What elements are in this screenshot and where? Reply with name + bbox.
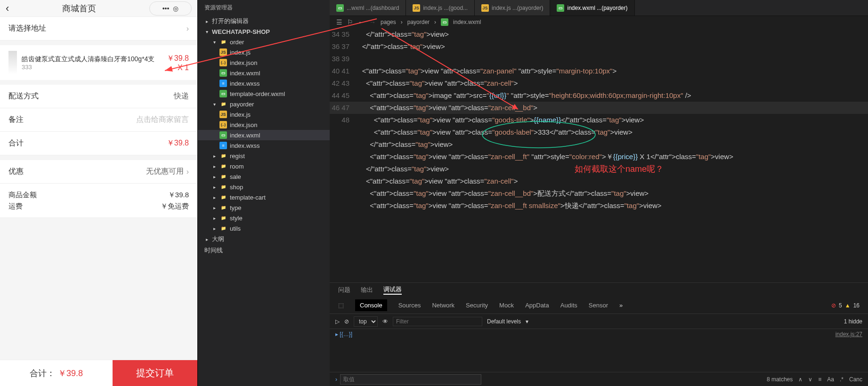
annotation-text: 如何截取这个name呢？ — [575, 163, 664, 175]
folder-icon: 📁 — [219, 183, 227, 191]
capsule-menu[interactable]: •••◎ — [149, 1, 192, 16]
tab-debugger[interactable]: 调试器 — [383, 285, 402, 295]
wxml-icon: ▭ — [219, 69, 227, 77]
code-area[interactable]: 34 35 36 37 38 39 40 41 42 43 44 45 46 4… — [330, 28, 868, 282]
file-indexjson[interactable]: {..}index.json — [198, 120, 330, 130]
explorer-panel: 资源管理器 ▸打开的编辑器 ▾WECHATAPP-SHOP ▾📁order JS… — [198, 0, 330, 386]
goods-qty: X 1 — [167, 64, 189, 72]
js-icon: JS — [219, 48, 227, 56]
folder-template-cart[interactable]: ▸📁template-cart — [198, 192, 330, 202]
folder-icon: 📁 — [219, 38, 227, 46]
filter-input[interactable] — [393, 317, 482, 326]
more-icon[interactable]: » — [619, 302, 623, 309]
file-indexwxml-active[interactable]: ▭index.wxml — [198, 130, 330, 140]
file-indexjs[interactable]: JSindex.js — [198, 47, 330, 57]
devtab-appdata[interactable]: AppData — [525, 302, 549, 309]
list-icon[interactable]: ☰ — [336, 18, 342, 26]
file-template-order[interactable]: ▭template-order.wxml — [198, 88, 330, 99]
console-input-row: › 8 matches ∧ ∨ ≡ Aa .* Canc — [330, 372, 868, 386]
goods-sub: 333 — [22, 64, 167, 71]
section-outline[interactable]: ▸大纲 — [198, 233, 330, 245]
up-icon[interactable]: ∧ — [798, 376, 803, 383]
folder-type[interactable]: ▸📁type — [198, 202, 330, 213]
submit-button[interactable]: 提交订单 — [113, 360, 197, 386]
total-cell: 合计 ￥39.8 — [0, 132, 197, 155]
back-icon[interactable]: ‹ — [6, 2, 9, 15]
warning-icon: ▲ — [845, 302, 851, 309]
tab-bar: ▭...wxml ...(dashboard JSindex.js ...(go… — [330, 0, 868, 16]
discount-cell[interactable]: 优惠 无优惠可用 › — [0, 160, 197, 184]
folder-shop[interactable]: ▸📁shop — [198, 182, 330, 192]
context-select[interactable]: top — [354, 316, 378, 327]
tab-goods-js[interactable]: JSindex.js ...(good... — [406, 0, 475, 16]
phone-simulator: ‹ 商城首页 •••◎ 请选择地址 › 皓齿健泵式直立式成人清淼臻白牙膏100g… — [0, 0, 198, 386]
devtab-mock[interactable]: Mock — [499, 302, 514, 309]
phone-header: ‹ 商城首页 •••◎ — [0, 0, 197, 17]
folder-icon: 📁 — [219, 225, 227, 232]
bottom-tabs: 问题 输出 调试器 — [330, 283, 868, 297]
folder-style[interactable]: ▸📁style — [198, 213, 330, 223]
eye-icon[interactable]: 👁 — [382, 318, 388, 325]
devtab-network[interactable]: Network — [432, 302, 454, 309]
file-indexwxss[interactable]: ≡index.wxss — [198, 140, 330, 151]
file-indexjs[interactable]: JSindex.js — [198, 109, 330, 120]
devtab-console[interactable]: Console — [355, 299, 387, 311]
file-indexjson[interactable]: {..}index.json — [198, 57, 330, 68]
phone-body: 请选择地址 › 皓齿健泵式直立式成人清淼臻白牙膏100g*4支 333 ￥39.… — [0, 17, 197, 360]
cancel-button[interactable]: Canc — [849, 376, 862, 383]
devtab-security[interactable]: Security — [466, 302, 488, 309]
folder-payorder[interactable]: ▾📁payorder — [198, 99, 330, 109]
folder-icon: 📁 — [219, 152, 227, 160]
section-root[interactable]: ▾WECHATAPP-SHOP — [198, 27, 330, 37]
log-source-link[interactable]: index.js:27 — [836, 331, 862, 370]
console-log[interactable]: ▸ [{…}] index.js:27 — [330, 329, 868, 372]
folder-icon: 📁 — [219, 204, 227, 211]
tab-output[interactable]: 输出 — [361, 286, 373, 294]
inspect-icon[interactable]: ⬚ — [338, 302, 344, 309]
clear-icon[interactable]: ⊘ — [344, 318, 349, 325]
folder-icon: 📁 — [219, 173, 227, 180]
folder-order[interactable]: ▾📁order — [198, 37, 330, 47]
folder-sale[interactable]: ▸📁sale — [198, 171, 330, 182]
tab-payorder-js[interactable]: JSindex.js ...(payorder) — [475, 0, 550, 16]
goods-image — [8, 51, 17, 74]
section-open-editors[interactable]: ▸打开的编辑器 — [198, 16, 330, 27]
play-icon[interactable]: ▷ — [335, 318, 340, 325]
file-indexwxml[interactable]: ▭index.wxml — [198, 68, 330, 78]
summary-block: 商品金额￥39.8 运费￥免运费 — [0, 184, 197, 218]
devtools-tabs: ⬚ Console Sources Network Security Mock … — [330, 297, 868, 314]
address-hint: 请选择地址 — [8, 24, 184, 33]
delivery-cell[interactable]: 配送方式 快递 — [0, 85, 197, 108]
folder-utils[interactable]: ▸📁utils — [198, 223, 330, 233]
console-input[interactable] — [340, 374, 481, 385]
editor-panel: ▭...wxml ...(dashboard JSindex.js ...(go… — [330, 0, 868, 386]
tab-payorder-wxml[interactable]: ▭index.wxml ...(payorder) — [550, 0, 634, 16]
chevron-right-icon: › — [187, 168, 189, 176]
wxss-icon: ≡ — [219, 142, 227, 149]
folder-icon: 📁 — [219, 193, 227, 201]
folder-regist[interactable]: ▸📁regist — [198, 151, 330, 161]
error-icon: ⊘ — [831, 302, 836, 309]
phone-footer: 合计：￥39.8 提交订单 — [0, 360, 197, 386]
devtab-audits[interactable]: Audits — [560, 302, 577, 309]
devtab-sensor[interactable]: Sensor — [589, 302, 608, 309]
bookmark-icon[interactable]: ⚐ — [347, 18, 353, 26]
section-timeline[interactable]: 时间线 — [198, 245, 330, 256]
devtab-sources[interactable]: Sources — [398, 302, 421, 309]
back-icon[interactable]: ← — [358, 18, 365, 26]
console-toolbar: ▷ ⊘ top 👁 Default levels▾ 1 hidde — [330, 314, 868, 329]
tab-dashboard[interactable]: ▭...wxml ...(dashboard — [330, 0, 406, 16]
wxss-icon: ≡ — [219, 80, 227, 87]
folder-room[interactable]: ▸📁room — [198, 161, 330, 171]
file-indexwxss[interactable]: ≡index.wxss — [198, 78, 330, 88]
file-tree: ▸打开的编辑器 ▾WECHATAPP-SHOP ▾📁order JSindex.… — [198, 16, 330, 386]
breadcrumb: ☰ ⚐ ← → pages› payorder› ▭index.wxml — [330, 16, 868, 28]
forward-icon[interactable]: → — [369, 18, 376, 26]
remark-cell[interactable]: 备注 点击给商家留言 — [0, 108, 197, 132]
tab-problems[interactable]: 问题 — [338, 286, 350, 294]
js-icon: JS — [219, 111, 227, 118]
address-cell[interactable]: 请选择地址 › — [0, 17, 197, 40]
json-icon: {..} — [219, 121, 227, 129]
down-icon[interactable]: ∨ — [808, 376, 812, 383]
chevron-right-icon: › — [187, 24, 189, 33]
